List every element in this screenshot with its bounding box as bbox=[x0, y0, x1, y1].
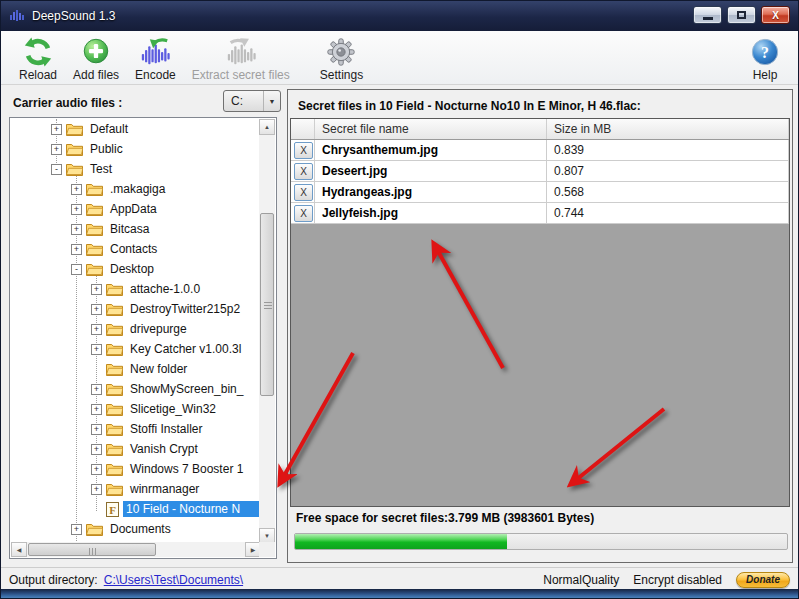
remove-file-button[interactable]: X bbox=[294, 142, 313, 159]
tree-vertical-scrollbar[interactable]: ▲ ▼ bbox=[259, 119, 275, 544]
tree-item[interactable]: +Documents bbox=[11, 519, 260, 539]
tree-item[interactable]: F10 Field - Nocturne N bbox=[11, 499, 260, 519]
tree-item[interactable]: +Windows 7 Booster 1 bbox=[11, 459, 260, 479]
tree-item[interactable]: New folder bbox=[11, 359, 260, 379]
tree-item[interactable]: +ShowMyScreen_bin_ bbox=[11, 379, 260, 399]
tree-item-label: AppData bbox=[107, 201, 160, 217]
tree-item[interactable]: +winrmanager bbox=[11, 479, 260, 499]
table-row: XDeseert.jpg0.807 bbox=[291, 161, 789, 182]
expander-icon[interactable]: + bbox=[91, 464, 102, 475]
help-icon: ? bbox=[750, 36, 780, 68]
status-bar: Output directory: C:\Users\Test\Document… bbox=[1, 567, 798, 591]
tree-item[interactable]: +DestroyTwitter215p2 bbox=[11, 299, 260, 319]
expander-icon[interactable]: + bbox=[91, 344, 102, 355]
drive-select[interactable]: C: ▼ bbox=[223, 90, 281, 112]
minimize-button[interactable] bbox=[693, 6, 722, 24]
carrier-file-tree: +Default+Public-Test+.makagiga+AppData+B… bbox=[9, 117, 277, 559]
tree-item[interactable]: -Test bbox=[11, 159, 260, 179]
secret-file-name: Deseert.jpg bbox=[315, 161, 547, 181]
vertical-scroll-thumb[interactable] bbox=[260, 213, 274, 396]
title-bar[interactable]: DeepSound 1.3 X bbox=[1, 1, 798, 31]
expander-icon[interactable]: + bbox=[91, 444, 102, 455]
maximize-button[interactable] bbox=[727, 6, 756, 24]
tree-item[interactable]: +Vanish Crypt bbox=[11, 439, 260, 459]
expander-icon[interactable]: + bbox=[91, 404, 102, 415]
extract-secret-files-label: Extract secret files bbox=[192, 68, 290, 82]
tree-item[interactable]: +Public bbox=[11, 139, 260, 159]
secret-file-size: 0.807 bbox=[547, 161, 789, 181]
remove-file-button[interactable]: X bbox=[294, 163, 313, 180]
remove-file-button[interactable]: X bbox=[294, 184, 313, 201]
folder-icon bbox=[86, 182, 103, 196]
folder-icon bbox=[106, 342, 123, 356]
tree-item-label: 10 Field - Nocturne N bbox=[123, 501, 260, 517]
secret-files-title: Secret files in 10 Field - Nocturne No10… bbox=[298, 99, 641, 113]
close-button[interactable]: X bbox=[761, 6, 790, 24]
quality-status: NormalQuality bbox=[543, 573, 619, 587]
help-button[interactable]: ? Help bbox=[742, 34, 788, 84]
free-space-label: Free space for secret files:3.799 MB (39… bbox=[296, 511, 594, 525]
tree-horizontal-scrollbar[interactable]: ◀ ▶ bbox=[11, 542, 261, 557]
scroll-left-icon[interactable]: ◀ bbox=[11, 542, 27, 557]
expander-icon[interactable]: + bbox=[71, 184, 82, 195]
add-files-label: Add files bbox=[73, 68, 119, 82]
tree-item-label: Contacts bbox=[107, 241, 160, 257]
expander-icon[interactable]: + bbox=[71, 224, 82, 235]
reload-button[interactable]: Reload bbox=[11, 34, 65, 84]
expander-icon[interactable]: + bbox=[71, 524, 82, 535]
secret-file-size: 0.744 bbox=[547, 203, 789, 223]
help-label: Help bbox=[753, 68, 778, 82]
close-icon: X bbox=[772, 10, 779, 21]
expander-spacer bbox=[91, 364, 102, 375]
tree-item[interactable]: +drivepurge bbox=[11, 319, 260, 339]
expander-icon[interactable]: + bbox=[91, 284, 102, 295]
grid-header-row: Secret file name Size in MB bbox=[291, 119, 789, 140]
tree-item-label: Test bbox=[87, 161, 115, 177]
folder-icon bbox=[86, 202, 103, 216]
expander-icon[interactable]: + bbox=[71, 204, 82, 215]
tree-item[interactable]: +.makagiga bbox=[11, 179, 260, 199]
tree-item[interactable]: +Contacts bbox=[11, 239, 260, 259]
settings-button[interactable]: Settings bbox=[312, 34, 371, 84]
tree-item[interactable]: +Stoffi Installer bbox=[11, 419, 260, 439]
expander-icon[interactable]: + bbox=[91, 484, 102, 495]
grid-header-size: Size in MB bbox=[547, 119, 789, 139]
expander-icon[interactable]: - bbox=[71, 264, 82, 275]
tree-item[interactable]: +Slicetige_Win32 bbox=[11, 399, 260, 419]
extract-secret-files-button: Extract secret files bbox=[184, 34, 298, 84]
expander-icon[interactable]: + bbox=[91, 424, 102, 435]
reload-icon bbox=[22, 36, 54, 68]
tree-item-label: Windows 7 Booster 1 bbox=[127, 461, 246, 477]
remove-file-button[interactable]: X bbox=[294, 205, 313, 222]
output-directory-link[interactable]: C:\Users\Test\Documents\ bbox=[104, 573, 243, 587]
scroll-up-icon[interactable]: ▲ bbox=[259, 119, 275, 135]
secret-file-name: Hydrangeas.jpg bbox=[315, 182, 547, 202]
tree-item-label: drivepurge bbox=[127, 321, 190, 337]
expander-icon[interactable]: + bbox=[51, 124, 62, 135]
folder-icon bbox=[86, 242, 103, 256]
tree-item[interactable]: -Desktop bbox=[11, 259, 260, 279]
expander-icon[interactable]: - bbox=[51, 164, 62, 175]
expander-icon[interactable]: + bbox=[91, 304, 102, 315]
add-files-button[interactable]: Add files bbox=[65, 34, 127, 84]
folder-icon bbox=[106, 282, 123, 296]
expander-icon[interactable]: + bbox=[51, 144, 62, 155]
secret-files-grid: Secret file name Size in MB XChrysanthem… bbox=[290, 118, 790, 507]
tree-item[interactable]: +Default bbox=[11, 119, 260, 139]
tree-item[interactable]: +Bitcasa bbox=[11, 219, 260, 239]
tree-item[interactable]: +AppData bbox=[11, 199, 260, 219]
encrypt-status: Encrypt disabled bbox=[633, 573, 722, 587]
expander-icon[interactable]: + bbox=[91, 384, 102, 395]
tree-item-label: ShowMyScreen_bin_ bbox=[127, 381, 246, 397]
horizontal-scroll-thumb[interactable] bbox=[28, 543, 156, 556]
encode-button[interactable]: Encode bbox=[127, 34, 184, 84]
expander-icon[interactable]: + bbox=[71, 244, 82, 255]
tree-item[interactable]: +Key Catcher v1.00.3l bbox=[11, 339, 260, 359]
donate-button[interactable]: Donate bbox=[736, 572, 790, 588]
reload-label: Reload bbox=[19, 68, 57, 82]
tree-item-label: winrmanager bbox=[127, 481, 202, 497]
tree-item[interactable]: +attache-1.0.0 bbox=[11, 279, 260, 299]
table-row: XJellyfeish.jpg0.744 bbox=[291, 203, 789, 224]
expander-icon[interactable]: + bbox=[91, 324, 102, 335]
secret-file-size: 0.839 bbox=[547, 140, 789, 160]
